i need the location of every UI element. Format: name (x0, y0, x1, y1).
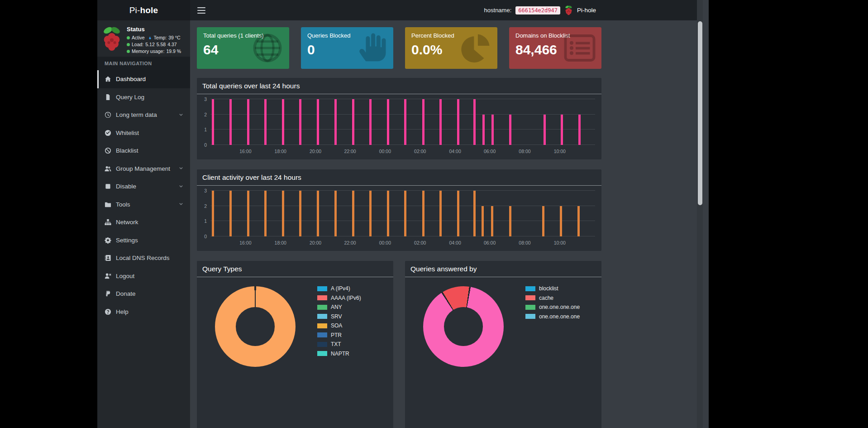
bar[interactable] (422, 191, 424, 236)
legend-swatch (317, 342, 327, 347)
hostname-label: hostname: (484, 7, 512, 14)
legend-item-a-ipv4-[interactable]: A (IPv4) (317, 285, 361, 292)
bar[interactable] (369, 191, 372, 236)
bar[interactable] (542, 206, 544, 236)
network-icon (105, 219, 111, 226)
bar[interactable] (422, 99, 424, 145)
globe-icon (251, 32, 284, 64)
bar[interactable] (473, 99, 476, 145)
stat-card-domains-on-blocklist: Domains on Blocklist84,466 (509, 27, 601, 69)
plot-area[interactable] (210, 191, 595, 236)
bar[interactable] (473, 191, 476, 236)
legend-item-blocklist[interactable]: blocklist (525, 285, 580, 292)
legend-item-ptr[interactable]: PTR (317, 332, 361, 338)
legend-item-naptr[interactable]: NAPTR (317, 351, 361, 357)
sidebar-item-disable[interactable]: Disable (97, 178, 190, 196)
bar[interactable] (334, 191, 337, 236)
bar[interactable] (578, 115, 581, 145)
bar[interactable] (544, 115, 546, 145)
sidebar-item-label: Tools (116, 201, 130, 208)
bar[interactable] (561, 115, 563, 145)
bar[interactable] (352, 191, 354, 236)
page-scrollbar[interactable] (697, 0, 703, 428)
bar[interactable] (509, 206, 511, 236)
bar[interactable] (560, 206, 562, 236)
legend-item-srv[interactable]: SRV (317, 313, 361, 320)
bar[interactable] (299, 191, 301, 236)
bar[interactable] (482, 206, 484, 236)
bar[interactable] (491, 115, 494, 145)
bar[interactable] (439, 99, 442, 145)
sidebar-item-logout[interactable]: Logout (97, 267, 190, 285)
bar[interactable] (457, 99, 459, 145)
bar[interactable] (247, 99, 249, 145)
legend-item-cache[interactable]: cache (525, 295, 580, 301)
bar[interactable] (577, 206, 580, 236)
bar[interactable] (509, 115, 511, 145)
temp-value: 39 °C (168, 34, 180, 41)
bar[interactable] (264, 191, 267, 236)
bar[interactable] (299, 99, 301, 145)
plot-area[interactable] (210, 99, 595, 145)
bar[interactable] (212, 191, 214, 236)
folder-icon (105, 201, 111, 208)
query-types-donut[interactable] (215, 286, 296, 367)
sidebar-item-donate[interactable]: Donate (97, 285, 190, 303)
sidebar-item-network[interactable]: Network (97, 213, 190, 231)
bar[interactable] (369, 99, 372, 145)
sidebar-item-query-log[interactable]: Query Log (97, 88, 190, 106)
total-queries-chart[interactable]: 012316:0018:0020:0022:0000:0002:0004:000… (200, 95, 599, 157)
legend-item-aaaa-ipv6-[interactable]: AAAA (IPv6) (317, 295, 361, 301)
sidebar-toggle-button[interactable] (197, 7, 205, 14)
client-activity-chart[interactable]: 012316:0018:0020:0022:0000:0002:0004:000… (200, 187, 599, 248)
sidebar-item-whitelist[interactable]: Whitelist (97, 124, 190, 142)
scrollbar-thumb[interactable] (698, 21, 702, 205)
bar[interactable] (317, 99, 319, 145)
legend-item-one-one-one-one[interactable]: one.one.one.one (525, 304, 580, 310)
y-axis-labels: 0123 (200, 99, 209, 145)
legend-label: blocklist (539, 285, 558, 292)
sidebar-item-group-management[interactable]: Group Management (97, 160, 190, 178)
bar[interactable] (334, 99, 337, 145)
legend-swatch (317, 295, 327, 300)
bar[interactable] (212, 99, 214, 145)
legend-label: NAPTR (331, 351, 349, 357)
bar[interactable] (229, 191, 232, 236)
sidebar-item-dashboard[interactable]: Dashboard (97, 70, 190, 88)
legend-item-soa[interactable]: SOA (317, 322, 361, 329)
bar[interactable] (457, 191, 459, 236)
legend-item-txt[interactable]: TXT (317, 341, 361, 347)
bar[interactable] (439, 191, 442, 236)
temperature-icon (147, 35, 152, 41)
sidebar-item-label: Help (116, 308, 129, 315)
bar[interactable] (404, 191, 406, 236)
bar[interactable] (282, 99, 284, 145)
topbar-right: hostname: 666154e2d947 Pi-hole (484, 5, 596, 15)
globe-icon (251, 32, 284, 64)
legend-item-any[interactable]: ANY (317, 304, 361, 310)
bar[interactable] (387, 99, 389, 145)
bar[interactable] (264, 99, 267, 145)
bar[interactable] (482, 115, 485, 145)
sidebar-item-help[interactable]: Help (97, 303, 190, 321)
app-logo[interactable]: Pi-hole (97, 0, 190, 20)
user-times-icon (105, 273, 111, 279)
bar[interactable] (229, 99, 232, 145)
sidebar-item-tools[interactable]: Tools (97, 196, 190, 214)
bar[interactable] (317, 191, 319, 236)
raspberry-icon (101, 25, 123, 52)
sidebar-item-local-dns-records[interactable]: Local DNS Records (97, 249, 190, 267)
queries-answered-by-donut[interactable] (423, 286, 504, 367)
sidebar-nav: DashboardQuery LogLong term dataWhitelis… (97, 70, 190, 321)
legend-item-one-one-one-one[interactable]: one.one.one.one (525, 313, 580, 320)
sidebar-item-long-term-data[interactable]: Long term data (97, 106, 190, 124)
gridline (210, 144, 595, 145)
bar[interactable] (282, 191, 284, 236)
bar[interactable] (491, 206, 493, 236)
sidebar-item-blacklist[interactable]: Blacklist (97, 142, 190, 160)
sidebar-item-settings[interactable]: Settings (97, 231, 190, 250)
bar[interactable] (404, 99, 406, 145)
bar[interactable] (387, 191, 389, 236)
bar[interactable] (352, 99, 354, 145)
bar[interactable] (247, 191, 249, 236)
